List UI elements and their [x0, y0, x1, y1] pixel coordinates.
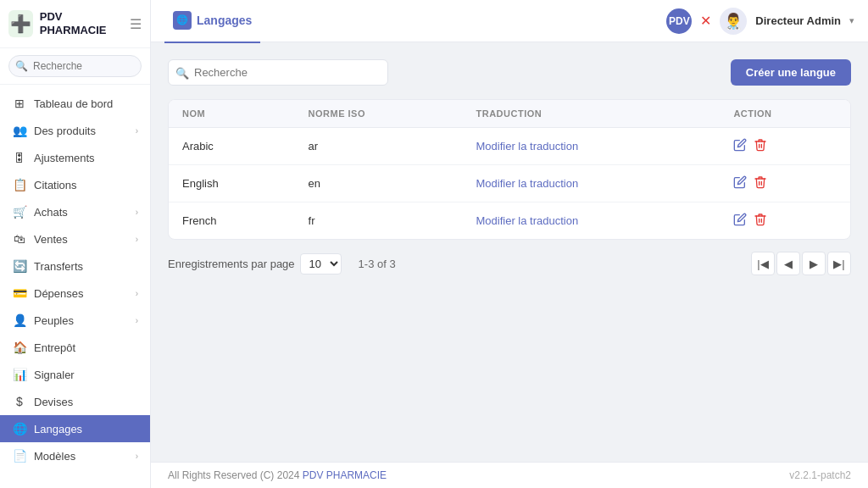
chevron-right-icon: › [136, 126, 138, 136]
sidebar-item-label: Signaler [34, 369, 75, 381]
footer-copyright: All Rights Reserved (C) 2024 PDV PHARMAC… [168, 469, 387, 481]
pagination-nav: |◀ ◀ ▶ ▶| [751, 252, 851, 275]
cell-action [720, 128, 850, 165]
first-page-button[interactable]: |◀ [751, 252, 775, 275]
topbar-right: PDV ✕ 👨‍⚕️ Directeur Admin ▾ [666, 8, 854, 35]
sidebar-search-container: 🔍 [0, 48, 150, 85]
user-chevron-icon[interactable]: ▾ [849, 15, 854, 26]
table-row: Arabic ar Modifier la traduction [169, 128, 850, 165]
sidebar-item-signaler[interactable]: 📊 Signaler [0, 361, 150, 388]
footer-brand-link[interactable]: PDV PHARMACIE [303, 469, 387, 481]
cell-nom: English [169, 165, 295, 202]
pagination: Enregistrements par page 10 25 50 1-3 of… [168, 252, 851, 275]
avatar: 👨‍⚕️ [720, 8, 747, 35]
sidebar-item-transferts[interactable]: 🔄 Transferts [0, 252, 150, 280]
achats-icon: 🛒 [12, 205, 27, 219]
modifier-traduction-link[interactable]: Modifier la traduction [476, 140, 579, 152]
per-page-label: Enregistrements par page [168, 258, 295, 270]
close-icon[interactable]: ✕ [700, 13, 711, 29]
sidebar-item-label: Des produits [34, 125, 96, 137]
cell-nom: French [169, 202, 295, 240]
citations-icon: 📋 [12, 178, 27, 191]
col-iso: NORME ISO [295, 100, 463, 128]
col-action: ACTION [720, 100, 850, 128]
langages-tab[interactable]: 🌐 Langages [164, 0, 260, 43]
page-info: 1-3 of 3 [359, 258, 396, 270]
sidebar-search-icon: 🔍 [15, 60, 28, 72]
hamburger-icon[interactable]: ☰ [130, 16, 142, 32]
modifier-traduction-link[interactable]: Modifier la traduction [476, 177, 579, 190]
edit-icon[interactable] [733, 175, 747, 191]
entrepot-icon: 🏠 [12, 341, 27, 354]
sidebar-item-ajustements[interactable]: 🎛 Ajustements [0, 144, 150, 171]
content-toolbar: 🔍 Créer une langue [168, 59, 851, 86]
cell-iso: ar [295, 128, 463, 165]
cell-action [720, 165, 850, 202]
sidebar-item-ventes[interactable]: 🛍 Ventes › [0, 225, 150, 252]
sidebar-item-label: Tableau de bord [34, 97, 113, 110]
transferts-icon: 🔄 [12, 259, 27, 273]
page-content: 🔍 Créer une langue NOM NORME ISO TRADUCT… [151, 42, 868, 462]
cell-traduction: Modifier la traduction [463, 128, 721, 165]
col-traduction: TRADUCTION [463, 100, 721, 128]
prev-page-button[interactable]: ◀ [776, 252, 800, 275]
table-row: English en Modifier la traduction [169, 165, 850, 202]
sidebar-item-produits[interactable]: 👥 Des produits › [0, 117, 150, 144]
sidebar-item-tableau[interactable]: ⊞ Tableau de bord [0, 90, 150, 117]
modifier-traduction-link[interactable]: Modifier la traduction [476, 214, 579, 227]
sidebar-item-devises[interactable]: $ Devises [0, 388, 150, 415]
sidebar-title: PDV PHARMACIE [40, 10, 123, 36]
logo-icon: ➕ [10, 14, 31, 34]
cell-traduction: Modifier la traduction [463, 165, 721, 202]
cell-traduction: Modifier la traduction [463, 202, 721, 240]
tableau-icon: ⊞ [12, 97, 27, 110]
sidebar-item-peuples[interactable]: 👤 Peuples › [0, 307, 150, 334]
sidebar-item-label: Achats [34, 206, 68, 219]
delete-icon[interactable] [754, 213, 767, 229]
sidebar-nav: ⊞ Tableau de bord 👥 Des produits › 🎛 Aju… [0, 85, 150, 488]
sidebar-item-label: Langages [34, 423, 82, 435]
table-header: NOM NORME ISO TRADUCTION ACTION [169, 100, 850, 128]
sidebar-search-input[interactable] [8, 55, 142, 77]
langages-icon: 🌐 [12, 422, 27, 435]
cell-iso: fr [295, 202, 463, 240]
create-language-button[interactable]: Créer une langue [731, 59, 851, 86]
peuples-icon: 👤 [12, 313, 27, 327]
footer: All Rights Reserved (C) 2024 PDV PHARMAC… [151, 462, 868, 488]
content-search-input[interactable] [168, 59, 388, 86]
chevron-right-icon: › [136, 452, 138, 461]
sidebar-item-modeles[interactable]: 📄 Modèles › [0, 442, 150, 469]
devises-icon: $ [12, 395, 27, 408]
last-page-button[interactable]: ▶| [827, 252, 851, 275]
cell-nom: Arabic [169, 128, 295, 165]
next-page-button[interactable]: ▶ [802, 252, 826, 275]
sidebar-item-entrepot[interactable]: 🏠 Entrepôt [0, 334, 150, 361]
sidebar-item-label: Modèles [34, 450, 75, 463]
languages-table-container: NOM NORME ISO TRADUCTION ACTION Arabic a… [168, 99, 851, 240]
sidebar-item-label: Peuples [34, 314, 74, 327]
sidebar-item-achats[interactable]: 🛒 Achats › [0, 198, 150, 225]
cell-action [720, 202, 850, 240]
edit-icon[interactable] [733, 213, 747, 229]
edit-icon[interactable] [733, 138, 747, 154]
delete-icon[interactable] [754, 175, 767, 191]
chevron-right-icon: › [136, 235, 138, 244]
signaler-icon: 📊 [12, 368, 27, 381]
sidebar-item-label: Entrepôt [34, 341, 75, 354]
sidebar-item-citations[interactable]: 📋 Citations [0, 171, 150, 198]
sidebar-item-label: Ventes [34, 233, 68, 246]
table-body: Arabic ar Modifier la traduction [169, 128, 850, 240]
col-nom: NOM [169, 100, 295, 128]
sidebar-item-depenses[interactable]: 💳 Dépenses › [0, 280, 150, 307]
content-search-icon: 🔍 [175, 66, 189, 79]
pdv-badge: PDV [666, 8, 692, 34]
user-name: Directeur Admin [755, 14, 841, 27]
delete-icon[interactable] [754, 138, 767, 154]
sidebar-item-langages[interactable]: 🌐 Langages [0, 415, 150, 442]
main-content: 🌐 Langages PDV ✕ 👨‍⚕️ Directeur Admin ▾ … [151, 0, 868, 488]
per-page-control: Enregistrements par page 10 25 50 [168, 253, 342, 274]
per-page-select[interactable]: 10 25 50 [300, 253, 342, 274]
tab-icon: 🌐 [173, 11, 192, 30]
sidebar-item-label: Transferts [34, 260, 83, 273]
chevron-right-icon: › [136, 289, 138, 298]
